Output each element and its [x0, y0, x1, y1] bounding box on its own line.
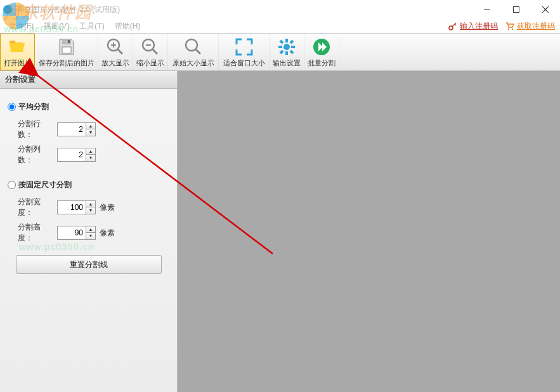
reset-lines-button[interactable]: 重置分割线 — [16, 255, 162, 274]
actual-size-button[interactable]: 原始大小显示 — [168, 34, 219, 70]
width-label: 分割宽度： — [18, 197, 53, 218]
fixed-split-radio[interactable] — [8, 181, 16, 189]
width-up[interactable]: ▲ — [86, 201, 95, 207]
output-settings-label: 输出设置 — [273, 58, 301, 68]
batch-split-label: 批量分割 — [308, 58, 335, 68]
svg-line-30 — [280, 51, 283, 53]
svg-line-29 — [290, 41, 293, 43]
toolbar: 打开图片 保存分割后的图片 放大显示 缩小显示 原始大小显示 适合窗口大小 — [0, 33, 560, 71]
fit-window-label: 适合窗口大小 — [223, 58, 265, 68]
height-down[interactable]: ▼ — [86, 233, 95, 239]
zoom-out-label: 缩小显示 — [136, 58, 164, 68]
zoom-out-icon — [140, 37, 160, 57]
svg-rect-11 — [62, 47, 71, 53]
zoom-in-icon — [105, 37, 126, 57]
cols-up[interactable]: ▲ — [86, 148, 95, 155]
cols-label: 分割列数： — [18, 144, 53, 166]
enter-reg-code-link[interactable]: 输入注册码 — [448, 21, 498, 32]
zoom-in-button[interactable]: 放大显示 — [98, 34, 133, 70]
titlebar: 神奇图片分割软件 2.0 (试用版) — [0, 0, 560, 19]
actual-size-label: 原始大小显示 — [173, 58, 214, 68]
folder-open-icon — [8, 37, 28, 57]
menu-help[interactable]: 帮助(H) — [110, 20, 146, 33]
svg-line-7 — [455, 24, 456, 25]
gear-icon — [277, 37, 297, 57]
width-down[interactable]: ▼ — [86, 207, 95, 214]
canvas-area — [178, 71, 560, 392]
height-spinner[interactable]: ▲▼ — [57, 226, 96, 240]
get-reg-label: 获取注册码 — [517, 21, 555, 32]
svg-rect-12 — [68, 40, 70, 43]
svg-point-20 — [186, 39, 197, 51]
maximize-icon — [513, 6, 519, 13]
close-icon — [542, 6, 549, 13]
open-image-button[interactable]: 打开图片 — [0, 34, 35, 70]
svg-point-8 — [508, 29, 509, 30]
content-area: 分割设置 平均分割 分割行数： ▲▼ 分割列数： ▲▼ — [0, 71, 560, 392]
save-split-label: 保存分割后的图片 — [39, 58, 94, 68]
avg-split-label: 平均分割 — [18, 101, 49, 112]
width-unit: 像素 — [100, 202, 115, 213]
svg-line-18 — [153, 49, 157, 54]
watermark-logo — [3, 3, 29, 29]
menu-view[interactable]: 视图(V) — [39, 20, 74, 33]
save-split-button[interactable]: 保存分割后的图片 — [35, 34, 98, 70]
get-reg-code-link[interactable]: 获取注册码 — [505, 21, 555, 32]
svg-line-27 — [280, 41, 283, 43]
svg-rect-2 — [514, 7, 519, 13]
batch-split-button[interactable]: 批量分割 — [304, 34, 339, 70]
svg-line-21 — [196, 49, 200, 54]
rows-spinner[interactable]: ▲▼ — [57, 122, 96, 136]
cols-down[interactable]: ▼ — [86, 155, 95, 161]
fixed-split-label: 按固定尺寸分割 — [18, 180, 72, 190]
save-icon — [56, 37, 77, 57]
fit-window-button[interactable]: 适合窗口大小 — [219, 34, 270, 70]
svg-line-14 — [118, 49, 122, 54]
rows-label: 分割行数： — [18, 119, 53, 140]
menubar: 文件(F) 视图(V) 工具(T) 帮助(H) 输入注册码 获取注册码 — [0, 19, 560, 33]
maximize-button[interactable] — [502, 0, 531, 19]
cols-spinner[interactable]: ▲▼ — [57, 148, 96, 162]
width-spinner[interactable]: ▲▼ — [57, 200, 96, 214]
height-up[interactable]: ▲ — [86, 226, 95, 233]
output-settings-button[interactable]: 输出设置 — [270, 34, 304, 70]
minimize-icon — [484, 6, 490, 13]
cart-icon — [505, 22, 514, 30]
split-settings-header: 分割设置 — [0, 71, 177, 89]
svg-point-22 — [283, 44, 290, 50]
svg-point-9 — [512, 29, 513, 30]
key-icon — [448, 22, 457, 30]
play-batch-icon — [311, 37, 332, 57]
avg-split-radio[interactable] — [8, 103, 16, 111]
rows-down[interactable]: ▼ — [86, 129, 95, 136]
height-label: 分割高度： — [18, 222, 53, 244]
width-input[interactable] — [58, 203, 86, 212]
minimize-button[interactable] — [472, 0, 502, 19]
height-input[interactable] — [58, 228, 86, 237]
zoom-in-label: 放大显示 — [101, 58, 129, 68]
enter-reg-label: 输入注册码 — [460, 21, 498, 32]
height-unit: 像素 — [100, 228, 115, 238]
cols-input[interactable] — [58, 150, 86, 159]
rows-input[interactable] — [58, 125, 86, 134]
fit-window-icon — [234, 37, 254, 57]
sidebar: 分割设置 平均分割 分割行数： ▲▼ 分割列数： ▲▼ — [0, 71, 178, 392]
open-image-label: 打开图片 — [4, 58, 32, 68]
menu-tool[interactable]: 工具(T) — [74, 20, 109, 33]
zoom-out-button[interactable]: 缩小显示 — [133, 34, 168, 70]
close-button[interactable] — [531, 0, 560, 19]
actual-size-icon — [183, 37, 204, 57]
svg-line-28 — [290, 51, 293, 53]
window-title: 神奇图片分割软件 2.0 (试用版) — [16, 4, 120, 15]
rows-up[interactable]: ▲ — [86, 123, 95, 129]
